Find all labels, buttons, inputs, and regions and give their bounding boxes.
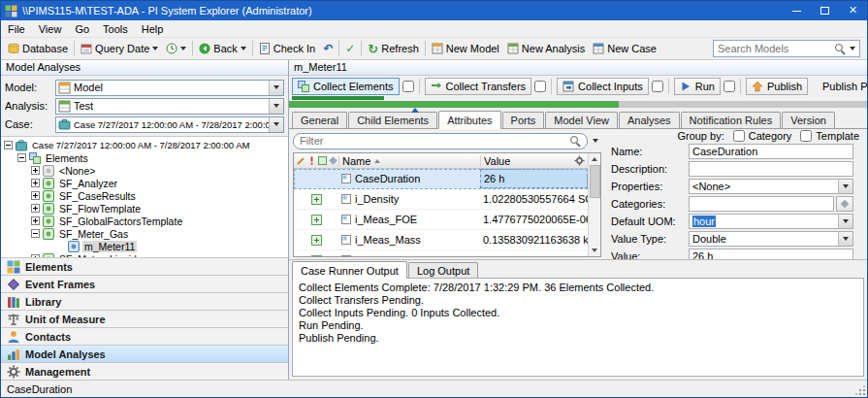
attribute-name-cell[interactable]: CaseDuration (338, 169, 480, 188)
expand-child-attributes-icon[interactable] (311, 194, 322, 205)
title-bar[interactable]: \\PIMS115-M\TEST-ADA - PI System Explore… (1, 1, 867, 20)
sidebar-item-management[interactable]: Management (1, 362, 288, 380)
tree-item-case-root[interactable]: Case 7/27/2017 12:00:00 AM - 7/28/2017 2… (1, 139, 288, 151)
model-dropdown-button[interactable] (269, 81, 283, 95)
menu-tools[interactable]: Tools (96, 21, 135, 37)
attribute-name-cell[interactable]: i_Meas_FOE (338, 210, 480, 229)
tab-log-output[interactable]: Log Output (408, 262, 478, 278)
tree-item-none[interactable]: <None> (1, 164, 288, 177)
sidebar-item-library[interactable]: Library (1, 292, 288, 310)
child-attributes-icon[interactable] (318, 156, 327, 165)
table-row[interactable]: i_Meas_FOE 1.4776775020065E-06 FO... (294, 210, 588, 230)
analysis-dropdown-button[interactable] (269, 99, 283, 114)
table-row[interactable]: i_Meas_Volume 0.0402880441915213 k scf (294, 250, 588, 257)
exclamation-icon[interactable] (307, 156, 316, 165)
expand-icon[interactable] (31, 216, 40, 225)
tree-item-sf-meter-gas[interactable]: SF_Meter_Gas (1, 227, 288, 240)
tab-version[interactable]: Version (782, 112, 835, 128)
table-row[interactable]: CaseDuration 26 h (294, 169, 588, 189)
categories-field[interactable] (689, 196, 834, 212)
minimize-button[interactable] (783, 1, 811, 20)
new-model-button[interactable]: New Model (428, 41, 503, 56)
attribute-value-cell[interactable]: 1.4776775020065E-06 FO... (480, 210, 588, 229)
collect-transfers-checkbox[interactable] (534, 81, 546, 92)
table-row[interactable]: i_Meas_Mass 0.135830921163638 klb (294, 230, 588, 250)
run-checkbox[interactable] (723, 81, 735, 92)
apply-button[interactable] (341, 40, 359, 57)
database-button[interactable]: Database (4, 41, 72, 56)
analysis-select[interactable]: Test (55, 98, 284, 115)
attribute-value-cell[interactable]: 26 h (480, 169, 588, 188)
value-field[interactable] (689, 249, 853, 259)
tab-model-view[interactable]: Model View (545, 112, 618, 128)
scroll-up-icon[interactable] (592, 157, 597, 161)
tree-item-sf-caseresults[interactable]: SF_CaseResults (1, 189, 288, 202)
sidebar-item-unit-of-measure[interactable]: Unit of Measure (1, 310, 288, 327)
expand-icon[interactable] (31, 191, 40, 200)
sidebar-item-contacts[interactable]: Contacts (1, 327, 288, 345)
check-in-button[interactable]: Check In (255, 41, 319, 56)
expand-child-attributes-icon[interactable] (311, 215, 322, 225)
attribute-value-cell[interactable]: 0.135830921163638 klb (480, 230, 588, 249)
scroll-down-icon[interactable] (592, 249, 597, 252)
close-button[interactable] (839, 1, 867, 20)
group-by-template-checkbox[interactable] (800, 130, 812, 142)
expand-icon[interactable] (31, 254, 40, 257)
scrollbar-thumb[interactable] (590, 165, 600, 198)
tab-general[interactable]: General (292, 112, 347, 128)
collect-transfers-button[interactable]: Collect Transfers (425, 78, 532, 95)
refresh-button[interactable]: Refresh (364, 40, 422, 58)
description-field[interactable] (689, 161, 853, 177)
tree-item-sf-globalfactorstemplate[interactable]: SF_GlobalFactorsTemplate (1, 215, 288, 227)
tab-case-runner-output[interactable]: Case Runner Output (292, 261, 407, 279)
expand-icon[interactable] (31, 179, 40, 187)
tree-item-elements[interactable]: Elements (1, 151, 288, 164)
table-scrollbar[interactable] (588, 153, 600, 256)
attribute-name-cell[interactable]: i_Density (338, 189, 480, 209)
search-icon[interactable] (835, 44, 846, 54)
attribute-value-cell[interactable]: 0.0402880441915213 k scf (480, 250, 588, 257)
tab-ports[interactable]: Ports (502, 112, 545, 128)
sidebar-item-model-analyses[interactable]: Model Analyses (1, 345, 288, 362)
tree-item-m-meter11[interactable]: m_Meter11 (1, 240, 288, 252)
expand-icon[interactable] (31, 166, 40, 175)
collect-elements-button[interactable]: Collect Elements (292, 78, 400, 95)
time-options-button[interactable] (162, 41, 190, 56)
sidebar-item-elements[interactable]: Elements (1, 257, 288, 275)
tab-attributes[interactable]: Attributes (438, 111, 500, 129)
value-column-header[interactable]: Value (480, 155, 570, 167)
tab-notification-rules[interactable]: Notification Rules (681, 112, 782, 128)
collect-inputs-button[interactable]: Collect Inputs (557, 78, 649, 95)
new-case-button[interactable]: New Case (589, 41, 660, 56)
maximize-button[interactable] (811, 1, 839, 20)
back-button[interactable]: Back (195, 41, 249, 56)
new-analysis-button[interactable]: New Analysis (503, 41, 589, 56)
expand-child-attributes-icon[interactable] (311, 255, 322, 258)
collapse-icon[interactable] (17, 153, 26, 162)
menu-file[interactable]: File (1, 21, 32, 37)
query-date-button[interactable]: Query Date (77, 41, 162, 56)
expand-icon[interactable] (31, 204, 40, 213)
undo-button[interactable] (319, 40, 337, 57)
tab-analyses[interactable]: Analyses (619, 112, 680, 128)
publish-button[interactable]: Publish (746, 78, 808, 95)
sidebar-item-event-frames[interactable]: Event Frames (1, 275, 288, 292)
case-runner-output-content[interactable]: Collect Elements Complete: 7/28/2017 1:3… (292, 278, 864, 377)
value-type-dropdown-button[interactable] (838, 232, 852, 246)
collect-elements-checkbox[interactable] (402, 81, 414, 92)
model-select[interactable]: Model (55, 80, 284, 96)
attribute-name-cell[interactable]: i_Meas_Mass (338, 230, 480, 249)
name-column-header[interactable]: Name (338, 155, 480, 167)
pencil-icon[interactable] (297, 156, 305, 165)
group-by-category-checkbox[interactable] (733, 130, 745, 142)
case-select[interactable]: Case 7/27/2017 12:00:00 AM - 7/28/2017 2… (55, 116, 284, 133)
table-row[interactable]: i_Density 1.02280530557664 SG (294, 189, 588, 210)
expand-child-attributes-icon[interactable] (311, 235, 322, 246)
resize-grip[interactable] (855, 385, 865, 395)
case-dropdown-button[interactable] (269, 117, 283, 132)
collapse-icon[interactable] (4, 141, 13, 149)
category-icon[interactable] (329, 156, 338, 165)
edit-categories-button[interactable] (836, 196, 853, 212)
menu-help[interactable]: Help (135, 21, 171, 37)
search-options-icon[interactable] (850, 47, 855, 50)
